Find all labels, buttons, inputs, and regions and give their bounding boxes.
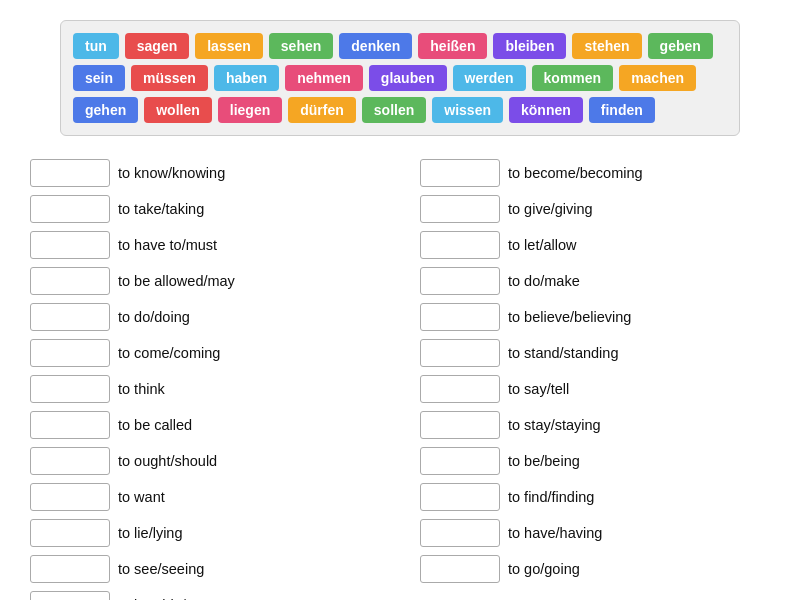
answer-box[interactable] [30,231,110,259]
answer-box[interactable] [420,375,500,403]
match-row: to come/coming [30,336,380,370]
match-label: to lie/lying [118,525,182,541]
match-label: to be/being [508,453,580,469]
match-row: to take/taking [30,192,380,226]
answer-box[interactable] [30,411,110,439]
answer-box[interactable] [420,555,500,583]
match-row: to think [30,372,380,406]
match-label: to say/tell [508,381,569,397]
answer-box[interactable] [420,231,500,259]
match-label: to give/giving [508,201,593,217]
answer-box[interactable] [30,519,110,547]
answer-box[interactable] [420,483,500,511]
match-label: to find/finding [508,489,594,505]
match-row: to let/allow [420,228,770,262]
word-chip-nehmen[interactable]: nehmen [285,65,363,91]
answer-box[interactable] [30,591,110,600]
word-chip-sehen[interactable]: sehen [269,33,333,59]
match-label: to think [118,381,165,397]
word-chip-geben[interactable]: geben [648,33,713,59]
answer-box[interactable] [420,411,500,439]
word-chip-müssen[interactable]: müssen [131,65,208,91]
answer-box[interactable] [30,159,110,187]
match-label: to stand/standing [508,345,618,361]
answer-box[interactable] [420,519,500,547]
answer-box[interactable] [420,303,500,331]
word-chip-tun[interactable]: tun [73,33,119,59]
word-chip-machen[interactable]: machen [619,65,696,91]
answer-box[interactable] [30,339,110,367]
word-chip-sein[interactable]: sein [73,65,125,91]
word-chip-werden[interactable]: werden [453,65,526,91]
answer-box[interactable] [30,267,110,295]
word-chip-bleiben[interactable]: bleiben [493,33,566,59]
match-label: to stay/staying [508,417,601,433]
word-chip-können[interactable]: können [509,97,583,123]
word-chip-stehen[interactable]: stehen [572,33,641,59]
match-row: to have to/must [30,228,380,262]
match-label: to do/doing [118,309,190,325]
match-label: to see/seeing [118,561,204,577]
match-row: to see/seeing [30,552,380,586]
match-label: to come/coming [118,345,220,361]
word-chip-gehen[interactable]: gehen [73,97,138,123]
answer-box[interactable] [420,267,500,295]
word-bank: tunsagenlassensehendenkenheißenbleibenst… [60,20,740,136]
match-row: to give/giving [420,192,770,226]
match-row: to be able/can [30,588,380,600]
word-chip-heißen[interactable]: heißen [418,33,487,59]
match-label: to do/make [508,273,580,289]
match-label: to have/having [508,525,602,541]
answer-box[interactable] [420,159,500,187]
match-row: to be called [30,408,380,442]
match-row: to ought/should [30,444,380,478]
match-label: to be called [118,417,192,433]
answer-box[interactable] [420,195,500,223]
match-row: to become/becoming [420,156,770,190]
match-label: to take/taking [118,201,204,217]
answer-box[interactable] [30,483,110,511]
word-chip-liegen[interactable]: liegen [218,97,282,123]
word-chip-sollen[interactable]: sollen [362,97,426,123]
match-row: to be allowed/may [30,264,380,298]
right-column: to become/becomingto give/givingto let/a… [400,156,770,600]
match-label: to have to/must [118,237,217,253]
match-row: to lie/lying [30,516,380,550]
match-label: to believe/believing [508,309,631,325]
match-row: to be/being [420,444,770,478]
word-chip-haben[interactable]: haben [214,65,279,91]
match-row: to do/make [420,264,770,298]
match-row: to know/knowing [30,156,380,190]
word-chip-wollen[interactable]: wollen [144,97,212,123]
word-chip-sagen[interactable]: sagen [125,33,189,59]
answer-box[interactable] [420,447,500,475]
match-label: to know/knowing [118,165,225,181]
answer-box[interactable] [30,195,110,223]
word-chip-finden[interactable]: finden [589,97,655,123]
word-chip-wissen[interactable]: wissen [432,97,503,123]
match-row: to find/finding [420,480,770,514]
match-label: to become/becoming [508,165,643,181]
left-column: to know/knowingto take/takingto have to/… [30,156,400,600]
match-row: to stay/staying [420,408,770,442]
match-row: to have/having [420,516,770,550]
match-label: to let/allow [508,237,577,253]
match-label: to want [118,489,165,505]
match-label: to ought/should [118,453,217,469]
matching-section: to know/knowingto take/takingto have to/… [20,156,780,600]
match-row: to stand/standing [420,336,770,370]
match-row: to go/going [420,552,770,586]
word-chip-kommen[interactable]: kommen [532,65,614,91]
match-row: to say/tell [420,372,770,406]
answer-box[interactable] [30,447,110,475]
answer-box[interactable] [30,555,110,583]
match-row: to want [30,480,380,514]
answer-box[interactable] [30,375,110,403]
word-chip-denken[interactable]: denken [339,33,412,59]
answer-box[interactable] [420,339,500,367]
word-chip-lassen[interactable]: lassen [195,33,263,59]
match-row: to do/doing [30,300,380,334]
answer-box[interactable] [30,303,110,331]
word-chip-glauben[interactable]: glauben [369,65,447,91]
word-chip-dürfen[interactable]: dürfen [288,97,356,123]
